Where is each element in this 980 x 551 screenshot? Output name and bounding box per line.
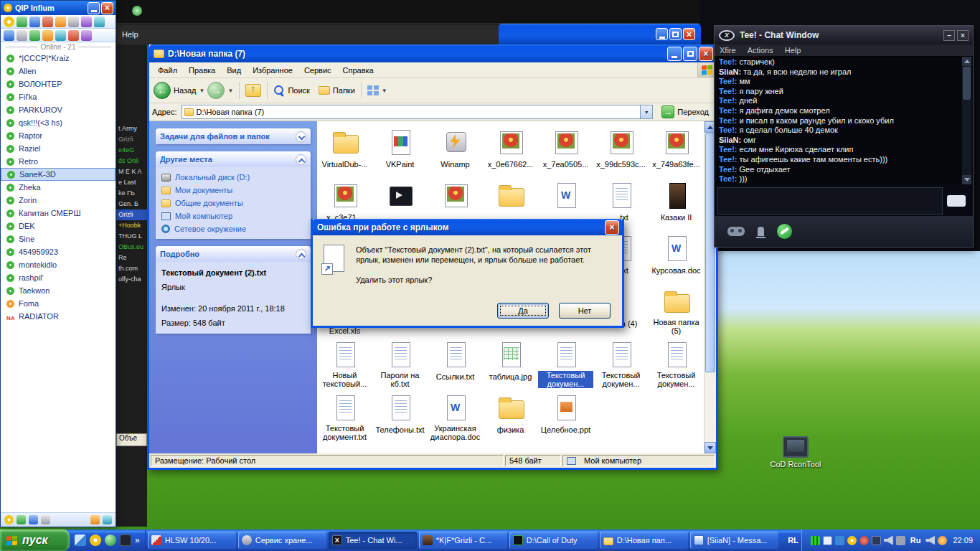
place-link[interactable]: Мой компьютер	[161, 212, 305, 220]
file-item[interactable]: Winamp	[428, 128, 483, 182]
menu-item[interactable]: Справка	[337, 66, 380, 75]
contact-item[interactable]: Sine	[1, 232, 116, 245]
contact-item[interactable]: Zheka	[1, 181, 116, 194]
updates-icon[interactable]	[938, 536, 947, 545]
file-item[interactable]: Украинская диаспора.doc	[428, 394, 483, 447]
maximize-button[interactable]	[683, 47, 697, 61]
toolbar-icon[interactable]	[42, 17, 53, 27]
place-link[interactable]: Общие документы	[161, 199, 305, 207]
chevron-down-icon[interactable]	[296, 131, 306, 142]
chat-log[interactable]: Tee!старичек) SiiaNта да, я всю неделю н…	[716, 57, 961, 184]
contact-item[interactable]: Zorin	[1, 194, 116, 207]
contact-item[interactable]: DEK	[1, 220, 116, 232]
file-item[interactable]: x_99dc593c...	[593, 128, 649, 182]
chat-input[interactable]	[717, 187, 943, 215]
contact-item[interactable]: Капитан СМЕРШ	[1, 207, 116, 220]
language-indicator[interactable]: Ru	[908, 536, 923, 545]
contact-item[interactable]: Raziel	[1, 142, 116, 155]
contact-item[interactable]: Fil'ka	[1, 90, 116, 103]
forward-dropdown-icon[interactable]: ▼	[227, 88, 233, 94]
taskbar-button[interactable]: Tee! - Chat Wi...	[329, 532, 417, 549]
contact-group-header[interactable]: Online - 21	[1, 42, 116, 52]
file-item[interactable]: x_0e67662...	[483, 128, 538, 182]
qip-titlebar[interactable]: QIP Infium ×	[1, 1, 116, 15]
close-button[interactable]: ×	[957, 30, 969, 41]
taskbar-button[interactable]: HLSW 10/20...	[148, 532, 236, 549]
toolbar-icon[interactable]	[4, 30, 14, 41]
file-item[interactable]: Курсовая.doc	[649, 235, 704, 288]
player-quicklaunch-icon[interactable]	[120, 534, 131, 546]
file-item[interactable]: Пароли на кб.txt	[372, 341, 428, 394]
contact-item[interactable]: Retro	[1, 155, 116, 168]
menu-item[interactable]: Help	[785, 46, 801, 55]
contact-item[interactable]: 454959923	[1, 245, 116, 258]
minimize-button[interactable]	[88, 2, 100, 14]
file-item[interactable]: Новый текстовый...	[317, 341, 372, 394]
menu-item[interactable]: Сервис	[298, 66, 337, 75]
microphone-icon[interactable]	[758, 227, 764, 236]
toolbar-icon[interactable]	[81, 17, 92, 27]
no-button[interactable]: Нет	[559, 303, 611, 319]
contact-item[interactable]: Taekwon	[1, 284, 116, 297]
place-link[interactable]: Локальный диск (D:)	[161, 173, 305, 182]
taskbar-button[interactable]: Сервис хране...	[238, 532, 326, 549]
clock[interactable]: 22:09	[950, 536, 973, 545]
dialog-titlebar[interactable]: Ошибка при работе с ярлыком ×	[313, 219, 622, 235]
taskbar-button[interactable]: [SiiaN] - Messa...	[690, 532, 778, 549]
contact-item[interactable]: Foma	[1, 297, 116, 310]
search-icon[interactable]	[273, 85, 285, 96]
menu-item[interactable]: Вид	[221, 66, 247, 75]
message-icon[interactable]	[823, 536, 832, 545]
toolbar-icon[interactable]	[17, 515, 26, 524]
file-item[interactable]: VKPaint	[372, 128, 428, 182]
details-section-header[interactable]: Подробно	[156, 246, 311, 262]
chevron-up-icon[interactable]	[296, 154, 306, 165]
chat-scrollbar[interactable]	[962, 57, 971, 184]
volume-mixer-icon[interactable]	[925, 536, 935, 545]
contact-item[interactable]: *|CCCP|*Kraiz	[1, 52, 116, 65]
search-button-label[interactable]: Поиск	[288, 86, 309, 95]
file-item[interactable]: Казаки II	[649, 182, 704, 235]
toolbar-icon[interactable]	[29, 17, 40, 27]
file-item[interactable]: x_7ea0505...	[538, 128, 593, 182]
toolbar-icon[interactable]	[42, 30, 53, 41]
toolbar-icon[interactable]	[68, 17, 79, 27]
qip-flower-icon[interactable]	[847, 536, 857, 545]
up-folder-icon[interactable]	[245, 84, 261, 97]
place-link[interactable]: Сетевое окружение	[161, 225, 305, 233]
toolbar-icon[interactable]	[68, 30, 79, 41]
file-item[interactable]: Текстовый докумен...	[593, 341, 649, 394]
file-item[interactable]: Текстовый докумен...	[538, 341, 593, 394]
antivirus-icon[interactable]	[859, 536, 869, 545]
back-icon[interactable]: ←	[154, 82, 171, 99]
show-desktop-icon[interactable]	[75, 534, 86, 546]
qip-quicklaunch-icon[interactable]	[90, 534, 101, 546]
file-item[interactable]: Целебное.ppt	[538, 394, 593, 447]
close-button[interactable]: ×	[605, 220, 619, 235]
menu-item[interactable]: Избранное	[247, 66, 298, 75]
call-icon[interactable]	[777, 224, 792, 239]
minimize-button[interactable]	[656, 28, 668, 40]
places-section-header[interactable]: Другие места	[156, 151, 311, 167]
contact-item[interactable]: montekidlo	[1, 258, 116, 271]
yes-button[interactable]: Да	[497, 303, 549, 319]
back-button-label[interactable]: Назад	[174, 86, 197, 95]
toolbar-icon[interactable]	[29, 515, 38, 524]
file-item[interactable]: Ссылки.txt	[428, 341, 483, 394]
file-item[interactable]: Текстовый докумен...	[649, 341, 704, 394]
start-button[interactable]: пуск	[0, 529, 70, 551]
menu-item[interactable]: Правка	[183, 66, 221, 75]
chevron-up-icon[interactable]	[296, 249, 306, 260]
place-link[interactable]: Мои документы	[161, 186, 305, 194]
status-icon[interactable]	[4, 17, 14, 27]
help-menu-item[interactable]: Help	[122, 30, 138, 39]
scroll-up-icon[interactable]	[962, 57, 971, 66]
display-icon[interactable]	[872, 536, 881, 545]
contact-item[interactable]: rashpil'	[1, 271, 116, 284]
send-button[interactable]	[947, 195, 966, 207]
address-dropdown-icon[interactable]: ▼	[640, 105, 652, 118]
toolbar-icon[interactable]	[29, 30, 40, 41]
address-input[interactable]: D:\Новая папка (7) ▼	[182, 105, 654, 119]
scroll-thumb[interactable]	[963, 67, 971, 100]
network-activity-icon[interactable]	[811, 536, 820, 545]
